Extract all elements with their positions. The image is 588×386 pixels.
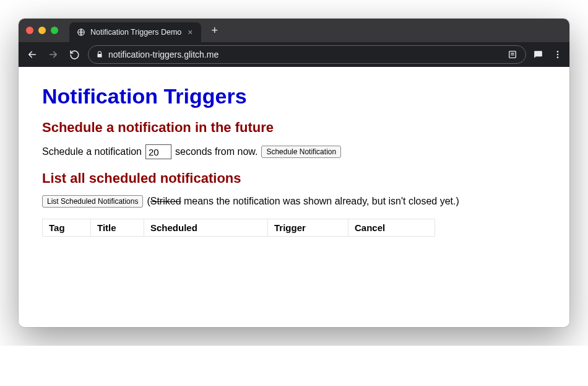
page-title: Notification Triggers xyxy=(42,84,546,108)
schedule-button[interactable]: Schedule Notification xyxy=(261,146,341,158)
toolbar-right xyxy=(532,49,563,60)
reader-icon[interactable] xyxy=(507,49,518,60)
window-titlebar: Notification Triggers Demo × + xyxy=(19,19,569,42)
svg-point-2 xyxy=(557,51,559,53)
schedule-prefix: Schedule a notification xyxy=(42,146,142,157)
forward-button[interactable] xyxy=(46,47,61,62)
schedule-row: Schedule a notification seconds from now… xyxy=(42,144,546,159)
col-title: Title xyxy=(91,219,144,237)
maximize-window-icon[interactable] xyxy=(51,27,58,34)
close-window-icon[interactable] xyxy=(26,27,33,34)
svg-point-4 xyxy=(557,56,559,58)
window-controls xyxy=(26,27,58,34)
schedule-heading: Schedule a notification in the future xyxy=(42,120,546,136)
address-bar[interactable]: notification-triggers.glitch.me xyxy=(88,45,526,64)
url-text: notification-triggers.glitch.me xyxy=(108,50,502,59)
minimize-window-icon[interactable] xyxy=(38,27,46,34)
col-trigger: Trigger xyxy=(268,219,348,237)
hint-striked: Striked xyxy=(150,196,181,206)
close-tab-icon[interactable]: × xyxy=(186,27,194,37)
extension-icon[interactable] xyxy=(532,49,543,60)
notifications-table: Tag Title Scheduled Trigger Cancel xyxy=(42,219,435,237)
list-button[interactable]: List Scheduled Notifications xyxy=(42,195,143,208)
svg-point-3 xyxy=(557,54,559,56)
browser-window: Notification Triggers Demo × + notificat… xyxy=(19,19,569,327)
table-header-row: Tag Title Scheduled Trigger Cancel xyxy=(43,219,435,237)
list-heading: List all scheduled notifications xyxy=(42,170,546,186)
list-row: List Scheduled Notifications (Striked me… xyxy=(42,195,546,208)
browser-toolbar: notification-triggers.glitch.me xyxy=(19,42,569,67)
reload-button[interactable] xyxy=(67,47,82,62)
col-scheduled: Scheduled xyxy=(144,219,268,237)
hint-rest: means the notification was shown already… xyxy=(181,196,459,206)
list-hint: (Striked means the notification was show… xyxy=(147,196,459,207)
schedule-suffix: seconds from now. xyxy=(175,146,257,157)
menu-icon[interactable] xyxy=(552,49,563,60)
col-tag: Tag xyxy=(43,219,91,237)
back-button[interactable] xyxy=(25,47,40,62)
globe-icon xyxy=(77,28,85,37)
lock-icon xyxy=(96,51,103,58)
new-tab-button[interactable]: + xyxy=(206,25,223,36)
tab-title: Notification Triggers Demo xyxy=(90,28,181,37)
seconds-input[interactable] xyxy=(145,144,171,159)
page-content: Notification Triggers Schedule a notific… xyxy=(19,67,569,327)
browser-tab[interactable]: Notification Triggers Demo × xyxy=(69,22,201,42)
col-cancel: Cancel xyxy=(348,219,435,237)
